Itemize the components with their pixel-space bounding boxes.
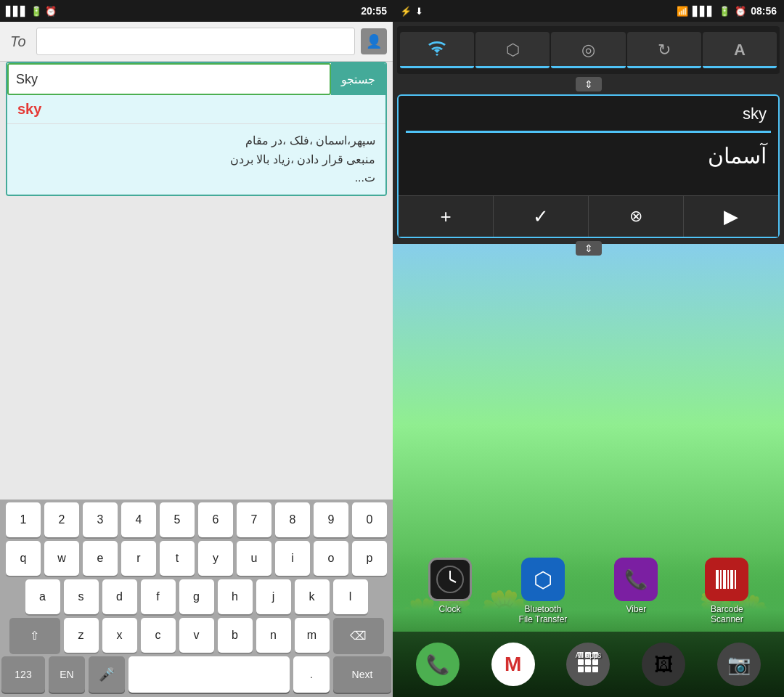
key-p[interactable]: p [352, 541, 387, 576]
delete-key[interactable]: ⌫ [333, 618, 384, 653]
translation-divider [406, 131, 771, 133]
wifi-qs-icon [427, 40, 447, 60]
key-y[interactable]: y [198, 541, 233, 576]
dock-all-apps[interactable]: All apps [566, 643, 610, 686]
to-input[interactable] [36, 28, 355, 55]
key-0[interactable]: 0 [352, 502, 387, 537]
viber-icon: 📞 [614, 558, 658, 601]
key-3[interactable]: 3 [83, 502, 118, 537]
key-r[interactable]: r [121, 541, 156, 576]
translation-actions: + ✓ ⊗ ▶ [399, 195, 778, 237]
resize-top-handle[interactable]: ⇕ [576, 77, 602, 91]
period-key[interactable]: . [293, 656, 330, 693]
key-k[interactable]: k [295, 579, 330, 614]
clock-icon [428, 558, 472, 601]
key-h[interactable]: h [218, 579, 253, 614]
language-key[interactable]: EN [49, 656, 85, 693]
svg-rect-13 [585, 659, 591, 665]
wifi-toggle[interactable] [400, 32, 474, 68]
key-j[interactable]: j [256, 579, 291, 614]
dock-gmail[interactable]: M [491, 643, 535, 686]
search-input[interactable] [7, 63, 331, 95]
barcode-label: BarcodeScanner [711, 604, 743, 624]
brightness-toggle[interactable]: A [703, 32, 777, 68]
bluetooth-ft-icon: ⬡ [521, 558, 565, 601]
persian-text-2: منبعی قرار دادن ،زیاد بالا بردن [230, 153, 375, 166]
location-toggle[interactable]: ◎ [551, 32, 625, 68]
bluetooth-toggle[interactable]: ⬡ [475, 32, 550, 68]
translation-widget-wrapper: ⇕ sky آسمان + ✓ ⊗ ▶ ⇕ [393, 89, 784, 244]
key-4[interactable]: 4 [121, 502, 156, 537]
dock-phone[interactable]: 📞 [416, 643, 460, 686]
signal-right-icon: ▋▋▋ [693, 6, 714, 17]
key-c[interactable]: c [141, 618, 176, 653]
svg-rect-7 [730, 570, 733, 589]
key-b[interactable]: b [218, 618, 253, 653]
to-field-row: To 👤 [0, 22, 393, 62]
resize-bottom-handle[interactable]: ⇕ [576, 241, 602, 256]
key-m[interactable]: m [295, 618, 330, 653]
key-n[interactable]: n [256, 618, 291, 653]
app-icons-row: Clock ⬡ BluetoothFile Transfer 📞 Viber [393, 558, 784, 624]
search-button[interactable]: جستجو [331, 63, 385, 95]
key-x[interactable]: x [102, 618, 137, 653]
app-icon-barcode[interactable]: BarcodeScanner [705, 558, 748, 624]
svg-rect-6 [727, 570, 729, 589]
key-f[interactable]: f [141, 579, 176, 614]
key-v[interactable]: v [179, 618, 214, 653]
cancel-button[interactable]: ⊗ [589, 196, 684, 237]
key-o[interactable]: o [314, 541, 348, 576]
contact-picker-button[interactable]: 👤 [361, 28, 387, 54]
key-2[interactable]: 2 [44, 502, 79, 537]
key-g[interactable]: g [179, 579, 214, 614]
usb-icon: ⚡ [400, 6, 412, 17]
key-l[interactable]: l [333, 579, 368, 614]
person-icon: 👤 [366, 33, 382, 49]
key-e[interactable]: e [83, 541, 118, 576]
key-1[interactable]: 1 [6, 502, 41, 537]
microphone-key[interactable]: 🎤 [89, 656, 125, 693]
add-word-button[interactable]: + [399, 196, 494, 237]
key-w[interactable]: w [44, 541, 79, 576]
dock-bar: 📞 M [393, 632, 784, 697]
keyboard-row-numbers: 1 2 3 4 5 6 7 8 9 0 [1, 502, 391, 537]
sync-toggle[interactable]: ↻ [627, 32, 701, 68]
suggestion-persian-1[interactable]: سپهر،اسمان ،فلک ،در مقام منبعی قرار دادن… [7, 124, 385, 195]
app-icon-viber[interactable]: 📞 Viber [614, 558, 658, 624]
svg-rect-15 [578, 667, 584, 672]
key-6[interactable]: 6 [198, 502, 233, 537]
key-8[interactable]: 8 [275, 502, 310, 537]
key-a[interactable]: a [25, 579, 60, 614]
key-s[interactable]: s [64, 579, 99, 614]
suggestion-red[interactable]: sky [7, 95, 385, 124]
key-5[interactable]: 5 [160, 502, 195, 537]
keyboard-row-zxcv: ⇧ z x c v b n m ⌫ [1, 618, 391, 653]
plus-icon: + [440, 205, 451, 228]
gallery-icon: 🖼 [654, 653, 673, 676]
key-z[interactable]: z [64, 618, 99, 653]
status-bar-right: ⚡ ⬇ 📶 ▋▋▋ 🔋 ⏰ 08:56 [393, 0, 784, 22]
next-key[interactable]: Next [333, 656, 391, 693]
key-i[interactable]: i [275, 541, 310, 576]
alarm-icon: ⏰ [45, 6, 57, 17]
app-icon-bluetooth[interactable]: ⬡ BluetoothFile Transfer [519, 558, 568, 624]
key-7[interactable]: 7 [237, 502, 271, 537]
key-9[interactable]: 9 [314, 502, 348, 537]
space-key[interactable] [128, 656, 290, 693]
shift-key[interactable]: ⇧ [9, 618, 60, 653]
right-panel: ⚡ ⬇ 📶 ▋▋▋ 🔋 ⏰ 08:56 ⬡ ◎ ↻ A ⇕ sky [393, 0, 784, 697]
dock-camera[interactable]: 📷 [717, 643, 761, 686]
translation-widget: sky آسمان + ✓ ⊗ ▶ [397, 94, 780, 238]
app-icon-clock[interactable]: Clock [428, 558, 472, 624]
dock-gallery[interactable]: 🖼 [642, 643, 685, 686]
key-t[interactable]: t [160, 541, 195, 576]
key-q[interactable]: q [6, 541, 41, 576]
svg-rect-12 [578, 659, 584, 665]
play-button[interactable]: ▶ [684, 196, 778, 237]
key-d[interactable]: d [102, 579, 137, 614]
key-u[interactable]: u [237, 541, 271, 576]
numbers-key[interactable]: 123 [1, 656, 45, 693]
search-dropdown: جستجو sky سپهر،اسمان ،فلک ،در مقام منبعی… [6, 62, 387, 196]
status-icons-right: ⚡ ⬇ [400, 6, 423, 17]
confirm-button[interactable]: ✓ [494, 196, 589, 237]
